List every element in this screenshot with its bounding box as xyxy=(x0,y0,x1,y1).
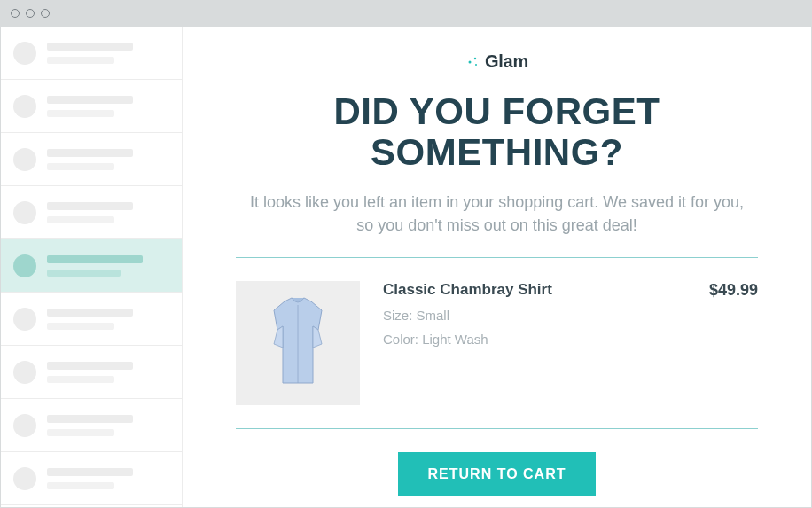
avatar-icon xyxy=(13,308,36,331)
brand-name: Glam xyxy=(485,51,528,72)
svg-point-1 xyxy=(474,57,476,59)
email-content: Glam DID YOU FORGET SOMETHING? It looks … xyxy=(183,27,811,507)
list-item[interactable] xyxy=(1,399,182,452)
traffic-light-zoom-icon[interactable] xyxy=(41,9,50,18)
list-item[interactable] xyxy=(1,293,182,346)
list-item[interactable] xyxy=(1,133,182,186)
product-thumbnail xyxy=(236,281,360,405)
list-item[interactable] xyxy=(1,346,182,399)
headline: DID YOU FORGET SOMETHING? xyxy=(236,91,758,173)
list-item-selected[interactable] xyxy=(1,239,182,293)
list-item[interactable] xyxy=(1,27,182,80)
list-item[interactable] xyxy=(1,186,182,239)
sparkle-icon xyxy=(465,54,481,70)
avatar-icon xyxy=(13,201,36,224)
app-frame: Glam DID YOU FORGET SOMETHING? It looks … xyxy=(0,27,812,508)
avatar-icon xyxy=(13,414,36,437)
product-size: Size: Small xyxy=(383,308,686,323)
avatar-icon xyxy=(13,148,36,171)
list-item[interactable] xyxy=(1,80,182,133)
cta-container: RETURN TO CART xyxy=(236,429,758,496)
subheadline: It looks like you left an item in your s… xyxy=(249,191,746,237)
product-price: $49.99 xyxy=(709,281,758,405)
list-item[interactable] xyxy=(1,452,182,505)
shirt-icon xyxy=(258,294,338,392)
traffic-light-minimize-icon[interactable] xyxy=(26,9,35,18)
svg-point-0 xyxy=(468,60,471,63)
avatar-icon xyxy=(13,254,36,277)
product-name: Classic Chambray Shirt xyxy=(383,281,686,299)
window-titlebar xyxy=(0,0,812,27)
product-color: Color: Light Wash xyxy=(383,332,686,347)
avatar-icon xyxy=(13,95,36,118)
avatar-icon xyxy=(13,467,36,490)
email-list-sidebar xyxy=(1,27,183,507)
cart-item-row: Classic Chambray Shirt Size: Small Color… xyxy=(236,258,758,428)
avatar-icon xyxy=(13,361,36,384)
product-details: Classic Chambray Shirt Size: Small Color… xyxy=(383,281,686,405)
brand-logo: Glam xyxy=(465,51,528,72)
avatar-icon xyxy=(13,42,36,65)
svg-point-2 xyxy=(475,64,477,66)
traffic-light-close-icon[interactable] xyxy=(11,9,20,18)
return-to-cart-button[interactable]: RETURN TO CART xyxy=(398,452,597,496)
